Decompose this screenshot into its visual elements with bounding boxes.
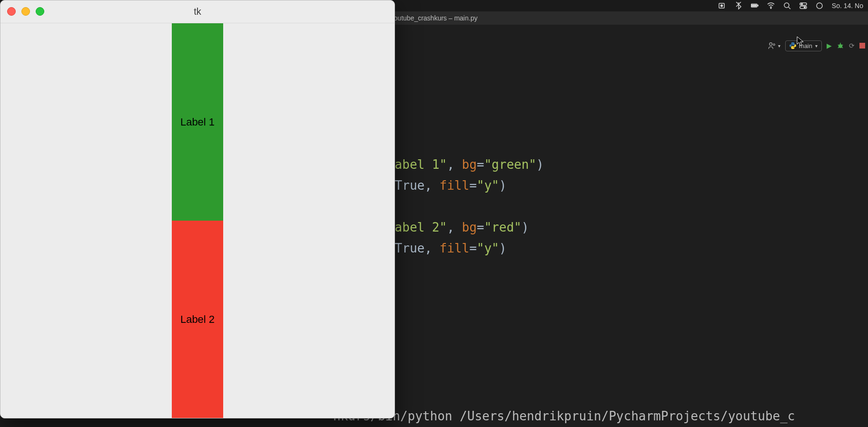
svg-point-1 [720, 5, 722, 7]
run-button[interactable]: ▶ [827, 42, 832, 49]
editor-code[interactable]: text="Label 1", bg="green")expand=True, … [343, 154, 868, 259]
stop-button[interactable] [859, 43, 865, 49]
debug-button[interactable] [837, 42, 844, 49]
battery-icon[interactable] [751, 2, 759, 10]
macos-menubar: So. 14. No [714, 0, 868, 11]
code-with-me-icon[interactable]: ▾ [768, 41, 780, 50]
search-icon[interactable] [783, 2, 791, 10]
run-config-name: main [799, 42, 812, 49]
tk-label-2: Label 2 [172, 221, 223, 418]
close-icon[interactable] [7, 7, 16, 16]
tk-label-1: Label 1 [172, 23, 223, 221]
svg-point-12 [769, 43, 772, 46]
minimize-icon[interactable] [21, 7, 30, 16]
menubar-date[interactable]: So. 14. No [832, 2, 863, 10]
svg-point-13 [773, 44, 775, 46]
svg-point-6 [784, 3, 789, 8]
terminal-output: hkurs/bin/python /Users/hendrikpruin/Pyc… [333, 409, 868, 423]
svg-point-11 [817, 3, 822, 9]
rerun-button[interactable]: ⟳ [849, 42, 855, 49]
screen-record-icon[interactable] [719, 2, 726, 10]
ide-toolbar: ▾ main ▾ ▶ ⟳ [768, 37, 865, 54]
svg-point-10 [804, 7, 805, 8]
svg-point-5 [770, 8, 771, 9]
svg-rect-3 [757, 5, 758, 6]
tk-window-title: tk [0, 6, 395, 17]
bluetooth-icon[interactable] [735, 2, 742, 10]
svg-point-9 [801, 3, 802, 5]
wifi-icon[interactable] [767, 2, 775, 10]
run-config-selector[interactable]: main ▾ [785, 40, 822, 51]
tk-body: Label 1 Label 2 [0, 23, 395, 418]
zoom-icon[interactable] [36, 7, 44, 16]
chevron-down-icon: ▾ [815, 43, 818, 49]
control-center-icon[interactable] [799, 2, 807, 10]
chevron-down-icon: ▾ [778, 43, 780, 49]
siri-icon[interactable] [816, 2, 823, 10]
tk-titlebar[interactable]: tk [0, 0, 395, 23]
svg-rect-4 [751, 4, 756, 7]
tk-window: tk Label 1 Label 2 [0, 0, 395, 418]
